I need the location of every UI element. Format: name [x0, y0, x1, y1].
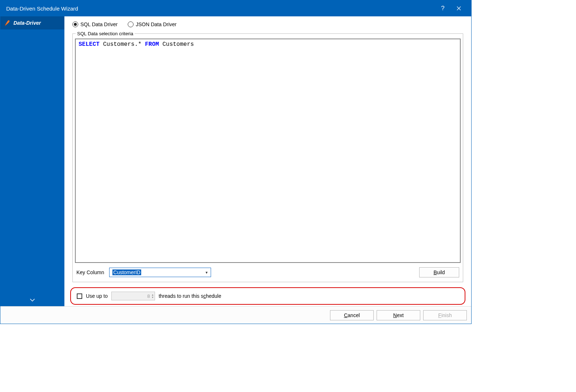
step-label: Data-Driver: [13, 20, 41, 26]
threads-suffix-label: threads to run this schedule: [159, 293, 221, 299]
help-button[interactable]: ?: [435, 0, 451, 16]
driver-radio-group: SQL Data Driver JSON Data Driver: [72, 21, 463, 27]
close-button[interactable]: [451, 0, 467, 16]
content-panel: SQL Data Driver JSON Data Driver SQL Dat…: [64, 16, 471, 306]
sql-criteria-group: SQL Data selection criteria SELECT Custo…: [72, 31, 463, 282]
wizard-steps-sidebar: Data-Driver: [0, 16, 64, 306]
radio-label: SQL Data Driver: [80, 21, 118, 27]
use-threads-checkbox[interactable]: [77, 293, 82, 299]
key-column-label: Key Column: [76, 269, 104, 275]
radio-json-data-driver[interactable]: JSON Data Driver: [128, 21, 176, 27]
radio-circle-icon: [128, 21, 134, 27]
spinner-arrows-icon: ▲▼: [151, 293, 154, 299]
step-data-driver[interactable]: Data-Driver: [0, 16, 64, 29]
close-icon: [457, 6, 461, 11]
use-up-to-label: Use up to: [86, 293, 108, 299]
chevron-down-icon: ▾: [206, 270, 208, 275]
chevron-down-icon: [30, 299, 35, 301]
sql-criteria-legend: SQL Data selection criteria: [76, 31, 135, 36]
radio-circle-icon: [72, 21, 78, 27]
thread-count-value: 8: [114, 293, 151, 299]
build-button[interactable]: Build: [419, 267, 459, 277]
cancel-button[interactable]: Cancel: [330, 310, 374, 320]
finish-button: Finish: [423, 310, 467, 320]
key-column-select[interactable]: CustomerID ▾: [109, 268, 211, 277]
sidebar-expand-chevron[interactable]: [30, 297, 35, 303]
sql-editor[interactable]: SELECT Customers.* FROM Customers: [75, 39, 461, 263]
title-bar: Data-Driven Schedule Wizard ?: [0, 0, 471, 16]
key-column-value: CustomerID: [112, 269, 141, 275]
main-area: Data-Driver SQL Data Driver JSON Data Dr…: [0, 16, 471, 306]
radio-label: JSON Data Driver: [136, 21, 176, 27]
radio-sql-data-driver[interactable]: SQL Data Driver: [72, 21, 118, 27]
wizard-footer: Cancel Next Finish: [0, 306, 471, 324]
key-column-row: Key Column CustomerID ▾ Build: [73, 265, 463, 282]
thread-count-spinner[interactable]: 8 ▲▼: [111, 292, 155, 300]
threads-row: Use up to 8 ▲▼ threads to run this sched…: [70, 287, 465, 305]
feather-icon: [4, 20, 11, 26]
window-title: Data-Driven Schedule Wizard: [6, 5, 435, 12]
next-button[interactable]: Next: [377, 310, 420, 320]
